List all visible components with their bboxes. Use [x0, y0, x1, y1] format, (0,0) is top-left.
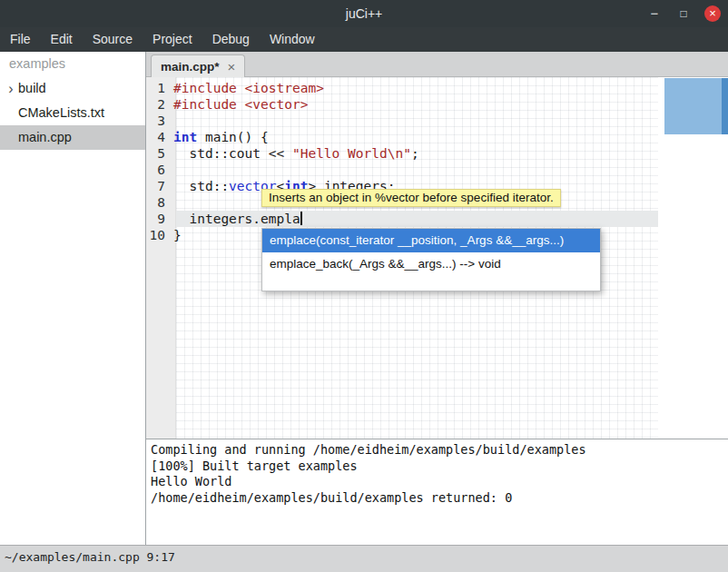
line-number: 3 — [146, 113, 171, 129]
code-line-9[interactable]: 9 integers.empla — [146, 211, 728, 227]
tab-main-cpp[interactable]: main.cpp* × — [151, 54, 245, 77]
sidebar-item-main-cpp[interactable]: main.cpp — [0, 125, 145, 150]
menu-item-debug[interactable]: Debug — [202, 27, 260, 52]
file-tree: ›buildCMakeLists.txtmain.cpp — [0, 76, 145, 150]
tab-bar: main.cpp* × — [146, 52, 728, 77]
code-line-4[interactable]: 4int main() { — [146, 129, 728, 145]
line-number: 2 — [146, 96, 171, 113]
code-text: std::cout << "Hello World\n"; — [171, 145, 419, 162]
code-text: #include <iostream> — [171, 80, 324, 96]
code-text — [171, 162, 173, 178]
menu-item-window[interactable]: Window — [260, 27, 325, 52]
tab-label: main.cpp* — [161, 60, 220, 74]
sidebar-item-build[interactable]: ›build — [0, 76, 145, 101]
sidebar-item-cmakelists-txt[interactable]: CMakeLists.txt — [0, 101, 145, 125]
line-number: 7 — [146, 178, 171, 194]
tree-label: CMakeLists.txt — [18, 101, 104, 125]
status-text: ~/examples/main.cpp 9:17 — [5, 550, 175, 564]
menubar: FileEditSourceProjectDebugWindow — [0, 27, 728, 52]
line-number: 9 — [146, 211, 171, 227]
tree-label: main.cpp — [18, 125, 72, 150]
output-panel: Compiling and running /home/eidheim/exam… — [146, 439, 728, 545]
completion-item[interactable]: emplace_back(_Args &&__args...) --> void — [262, 252, 600, 276]
line-number: 1 — [146, 80, 171, 96]
minimize-icon[interactable]: − — [646, 5, 663, 22]
code-text — [171, 194, 173, 211]
code-editor[interactable]: 1#include <iostream>2#include <vector>34… — [146, 77, 728, 439]
code-text: } — [171, 227, 182, 243]
output-line: /home/eidheim/examples/build/examples re… — [151, 490, 723, 507]
output-line: Compiling and running /home/eidheim/exam… — [151, 442, 723, 459]
code-line-1[interactable]: 1#include <iostream> — [146, 80, 728, 96]
window-title: juCi++ — [0, 0, 728, 27]
tab-close-icon[interactable]: × — [228, 59, 236, 74]
menu-item-edit[interactable]: Edit — [41, 27, 83, 52]
app-window: juCi++ − □ × FileEditSourceProjectDebugW… — [0, 0, 728, 572]
expander-icon[interactable]: › — [4, 76, 18, 101]
output-line: [100%] Built target examples — [151, 459, 723, 475]
code-text: int main() { — [171, 129, 269, 145]
code-line-6[interactable]: 6 — [146, 162, 728, 178]
code-text: integers.empla — [171, 211, 302, 227]
line-number: 10 — [146, 227, 171, 243]
completion-item[interactable]: emplace(const_iterator __position, _Args… — [262, 229, 600, 252]
scroll-overview[interactable] — [664, 78, 722, 134]
line-number: 5 — [146, 145, 171, 162]
maximize-icon[interactable]: □ — [675, 5, 692, 22]
tree-label: build — [18, 76, 46, 101]
autocomplete-popup: emplace(const_iterator __position, _Args… — [261, 228, 601, 291]
text-cursor — [300, 212, 302, 225]
menu-item-source[interactable]: Source — [83, 27, 143, 52]
file-tree-sidebar: examples ›buildCMakeLists.txtmain.cpp — [0, 52, 146, 545]
status-bar: ~/examples/main.cpp 9:17 — [0, 545, 728, 572]
code-lines: 1#include <iostream>2#include <vector>34… — [146, 77, 728, 243]
menu-item-project[interactable]: Project — [143, 27, 202, 52]
code-text: #include <vector> — [171, 96, 308, 113]
line-number: 4 — [146, 129, 171, 145]
code-text — [171, 113, 173, 129]
doc-tooltip: Inserts an object in %vector before spec… — [261, 189, 561, 207]
close-icon[interactable]: × — [704, 5, 721, 22]
menu-item-file[interactable]: File — [0, 27, 41, 52]
window-controls: − □ × — [646, 0, 721, 27]
scrollbar-thumb-icon[interactable] — [722, 78, 728, 134]
code-line-2[interactable]: 2#include <vector> — [146, 96, 728, 113]
output-line: Hello World — [151, 474, 723, 490]
line-number: 8 — [146, 194, 171, 211]
code-line-3[interactable]: 3 — [146, 113, 728, 129]
titlebar[interactable]: juCi++ − □ × — [0, 0, 728, 27]
line-number: 6 — [146, 162, 171, 178]
project-name-label: examples — [0, 52, 145, 76]
code-line-5[interactable]: 5 std::cout << "Hello World\n"; — [146, 145, 728, 162]
